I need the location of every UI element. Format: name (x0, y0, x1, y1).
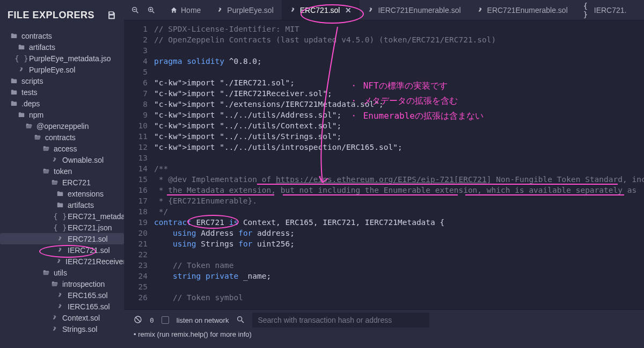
code-line[interactable]: using Address for address; (154, 228, 644, 238)
tree-item[interactable]: ERC721 (0, 177, 124, 188)
folder-open-icon (42, 269, 50, 277)
tab-file[interactable]: PurpleEye.sol (209, 0, 281, 20)
folder-open-icon (42, 168, 50, 175)
sidebar-title: FILE EXPLORERS (8, 10, 94, 21)
tree-item[interactable]: tests (0, 86, 124, 98)
code-line[interactable]: /** (154, 163, 644, 174)
tree-item[interactable]: .deps (0, 98, 124, 109)
code-line[interactable]: */ (154, 206, 644, 217)
editor-tabs: Home PurpleEye.solERC721.sol✕IERC721Enum… (163, 0, 644, 20)
tab-file[interactable]: ERC721Enumerable.sol (469, 0, 576, 20)
search-icon[interactable] (236, 315, 245, 325)
tree-item[interactable]: contracts (0, 30, 124, 41)
save-icon[interactable] (107, 10, 116, 20)
sol-icon (56, 258, 62, 265)
code-line[interactable]: // SPDX-License-Identifier: MIT (154, 24, 644, 34)
code-line[interactable]: "c-kw">import "./IERC721Receiver.sol"; (154, 88, 644, 99)
tree-item[interactable]: npm (0, 109, 124, 120)
folder-icon (10, 77, 18, 85)
tree-item-label: tests (21, 88, 38, 97)
tree-item-label: .deps (21, 99, 40, 108)
code-line[interactable]: "c-kw">import "../../utils/Context.sol"; (154, 120, 644, 131)
code-line[interactable]: pragma solidity ^0.8.0; (154, 56, 644, 67)
code-line[interactable]: * {ERC721Enumerable}. (154, 195, 644, 206)
tree-item[interactable]: IERC165.sol (0, 301, 124, 312)
close-icon[interactable]: ✕ (345, 6, 352, 15)
code-line[interactable]: string private _name; (154, 271, 644, 281)
line-gutter: 1234567891011121314151617181920212223242… (124, 20, 154, 309)
tree-item[interactable]: IERC721Receiver.s (0, 256, 124, 267)
sol-icon (56, 236, 64, 242)
zoom-out-icon[interactable] (130, 5, 140, 15)
folder-icon (17, 44, 26, 51)
tab-label: IERC721Enumerable.sol (378, 6, 460, 15)
code-line[interactable]: * the Metadata extension, but not includ… (154, 185, 644, 195)
tree-item[interactable]: @openzeppelin (0, 120, 124, 132)
code-line[interactable]: "c-kw">import "./IERC721.sol"; (154, 77, 644, 88)
code-line[interactable]: using Strings for uint256; (154, 238, 644, 249)
code-editor[interactable]: 1234567891011121314151617181920212223242… (124, 20, 644, 309)
bracefile-icon: { } (56, 223, 64, 232)
tab-label: ERC721Enumerable.sol (487, 6, 568, 15)
tree-item-label: PurpleEye.sol (29, 66, 75, 74)
code-line[interactable]: "c-kw">import "../../utils/Strings.sol"; (154, 131, 644, 142)
tree-item[interactable]: { }ERC721.json (0, 222, 124, 233)
terminal-output-line: • remix (run remix.help() for more info) (124, 330, 644, 342)
code-line[interactable]: // Token name (154, 260, 644, 271)
tree-item-label: utils (54, 269, 67, 277)
tab-file[interactable]: IERC721Enumerable.sol (360, 0, 469, 20)
code-line[interactable] (154, 249, 644, 260)
code-line[interactable]: "c-kw">import "../../utils/Address.sol"; (154, 110, 644, 120)
sol-icon (367, 6, 375, 14)
tree-item[interactable]: access (0, 143, 124, 154)
sol-icon (56, 303, 64, 310)
tree-item[interactable]: artifacts (0, 41, 124, 53)
svg-line-10 (241, 321, 244, 323)
file-tree[interactable]: contractsartifacts{ }PurpleEye_metadata.… (0, 30, 124, 348)
tab-file[interactable]: ERC721.sol✕ (282, 0, 360, 20)
tree-item-label: contracts (21, 32, 52, 40)
tree-item[interactable]: utils (0, 267, 124, 278)
tree-item[interactable]: introspection (0, 278, 124, 289)
tree-item[interactable]: ERC165.sol (0, 289, 124, 301)
tx-search-input[interactable] (252, 313, 429, 328)
sol-icon (50, 315, 59, 321)
tree-item-label: access (54, 144, 77, 153)
code-line[interactable]: "c-kw">import "./extensions/IERC721Metad… (154, 99, 644, 110)
code-line[interactable]: // Token symbol (154, 292, 644, 303)
tree-item-label: ERC721.sol (68, 235, 108, 243)
tree-item[interactable]: contracts (0, 132, 124, 143)
tree-item[interactable]: IERC721.sol (0, 244, 124, 256)
tree-item[interactable]: { }PurpleEye_metadata.jso (0, 53, 124, 64)
tree-item[interactable]: ERC721.sol (0, 233, 124, 244)
code-line[interactable]: contract ERC721 is Context, ERC165, IERC… (154, 217, 644, 228)
zoom-in-icon[interactable] (147, 5, 156, 15)
code-line[interactable]: * @dev Implementation of https://eips.et… (154, 174, 644, 185)
tree-item[interactable]: scripts (0, 75, 124, 86)
code-line[interactable] (154, 153, 644, 163)
svg-line-1 (136, 11, 138, 13)
tree-item[interactable]: PurpleEye.sol (0, 64, 124, 75)
tab-home[interactable]: Home (163, 0, 209, 20)
code-line[interactable]: // OpenZeppelin Contracts (last updated … (154, 34, 644, 45)
terminal-clear-icon[interactable] (134, 315, 142, 325)
code-line[interactable]: "c-kw">import "../../utils/introspection… (154, 142, 644, 153)
tree-item[interactable]: artifacts (0, 199, 124, 211)
code-area[interactable]: // SPDX-License-Identifier: MIT// OpenZe… (154, 20, 644, 309)
tree-item-label: PurpleEye_metadata.jso (29, 54, 111, 63)
folder-icon (10, 32, 18, 40)
tree-item[interactable]: Strings.sol (0, 323, 124, 335)
code-line[interactable] (154, 281, 644, 292)
sol-icon (216, 6, 224, 14)
sol-icon (477, 6, 484, 14)
tree-item[interactable]: Context.sol (0, 312, 124, 323)
listen-checkbox[interactable] (162, 316, 169, 324)
tree-item-label: npm (29, 111, 43, 119)
tree-item[interactable]: token (0, 165, 124, 177)
tree-item[interactable]: extensions (0, 188, 124, 199)
tab-file[interactable]: { }IERC721. (576, 0, 635, 20)
code-line[interactable] (154, 45, 644, 56)
code-line[interactable] (154, 67, 644, 77)
tree-item[interactable]: Ownable.sol (0, 154, 124, 165)
tree-item[interactable]: { }ERC721_metada (0, 211, 124, 222)
